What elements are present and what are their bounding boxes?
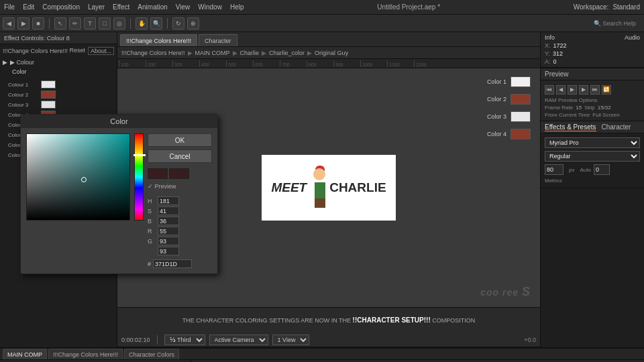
hex-input[interactable] bbox=[153, 259, 192, 268]
left-swatch-2[interactable] bbox=[41, 90, 56, 99]
transport-play[interactable]: ▶ bbox=[568, 85, 577, 95]
red-input[interactable] bbox=[158, 227, 179, 235]
toolbar-zoom[interactable]: 🔍 bbox=[150, 17, 162, 29]
left-swatch-1[interactable] bbox=[41, 80, 56, 88]
color-gradient-picker[interactable] bbox=[26, 133, 130, 221]
swatch-box-3[interactable] bbox=[511, 111, 531, 122]
time-display: 0:00:02:10 bbox=[121, 337, 150, 343]
charlie-head-container bbox=[313, 168, 327, 182]
toolbar-shape[interactable]: □ bbox=[99, 17, 111, 29]
ruler-6: 700 bbox=[280, 60, 307, 67]
toolbar-text[interactable]: T bbox=[84, 17, 96, 29]
toolbar-camera[interactable]: ◎ bbox=[113, 17, 125, 29]
menu-help[interactable]: Help bbox=[230, 3, 244, 11]
swatch-box-1[interactable] bbox=[511, 76, 531, 87]
tab-character[interactable]: Character bbox=[199, 34, 237, 46]
tl-tab-character-colors[interactable]: Character Colors bbox=[124, 349, 179, 359]
toolbar-sep-3 bbox=[167, 18, 168, 29]
preview-panel-header: Preview bbox=[541, 68, 644, 80]
full-screen-label: Full Screen bbox=[592, 112, 619, 118]
transport-loop[interactable]: 🔁 bbox=[602, 85, 611, 95]
breadcrumb-item-5[interactable]: Original Guy bbox=[315, 50, 348, 56]
font-size-input[interactable] bbox=[545, 164, 564, 175]
audio-label: Audio bbox=[625, 34, 640, 41]
color-gradient-cursor bbox=[81, 177, 87, 182]
breadcrumb-item-1[interactable]: !!!Change Colors Here!! bbox=[121, 50, 185, 56]
menu-window[interactable]: Window bbox=[198, 3, 222, 11]
search-help[interactable]: 🔍 Search Help bbox=[594, 20, 636, 27]
left-swatch-3[interactable] bbox=[41, 101, 56, 109]
auto-label: Auto bbox=[580, 167, 590, 173]
metrics-label: Metrics bbox=[545, 178, 562, 184]
tab-effects-presets[interactable]: Effects & Presets bbox=[545, 123, 596, 131]
toolbar-anchor[interactable]: ⊕ bbox=[187, 17, 199, 29]
transport-controls: ⏮ ◀ ▶ ▶ ⏭ 🔁 bbox=[545, 84, 640, 96]
toolbar-btn-1[interactable]: ◀ bbox=[3, 17, 15, 29]
d-label: A: bbox=[545, 58, 551, 65]
green-row: G bbox=[148, 237, 212, 245]
saturation-input[interactable] bbox=[158, 206, 179, 215]
breadcrumb-item-3[interactable]: Charlie bbox=[240, 50, 260, 56]
tl-tab-main-comp[interactable]: MAIN COMP bbox=[3, 349, 47, 359]
swatch-box-2[interactable] bbox=[511, 94, 531, 105]
ruler-0: 100 bbox=[119, 60, 146, 67]
transport-to-end[interactable]: ⏭ bbox=[590, 85, 600, 95]
d-value: 0 bbox=[553, 58, 557, 65]
menu-composition[interactable]: Composition bbox=[42, 3, 80, 11]
workspace-selector[interactable]: Workspace: Standard bbox=[574, 3, 640, 11]
tl-tab-change-colors[interactable]: !!!Change Colors Here!!! bbox=[48, 349, 123, 359]
camera-dropdown[interactable]: Active Camera bbox=[209, 335, 268, 345]
blue-input[interactable] bbox=[158, 247, 179, 255]
thirds-dropdown[interactable]: ⅓ Third bbox=[164, 335, 205, 345]
color-ok-button[interactable]: OK bbox=[148, 133, 212, 147]
toolbar-btn-2[interactable]: ▶ bbox=[17, 17, 30, 29]
breadcrumb-item-2[interactable]: MAIN COMP bbox=[195, 50, 230, 56]
coord-values: X: 1722 Y: 312 A: 0 bbox=[545, 42, 640, 65]
tab-character[interactable]: Character bbox=[602, 123, 631, 131]
tab-change-colors[interactable]: !!!Change Colors Here!!! bbox=[120, 34, 197, 46]
menu-animation[interactable]: Animation bbox=[138, 3, 167, 11]
font-dropdown[interactable]: Myriad Pro bbox=[545, 137, 640, 148]
transport-prev-frame[interactable]: ◀ bbox=[556, 85, 566, 95]
toolbar-select[interactable]: ↖ bbox=[54, 17, 66, 29]
d-coord-row: A: 0 bbox=[545, 58, 640, 65]
transport-next-frame[interactable]: ▶ bbox=[579, 85, 588, 95]
kerning-input[interactable] bbox=[594, 164, 610, 175]
transport-to-start[interactable]: ⏮ bbox=[545, 85, 554, 95]
hue-slider[interactable] bbox=[134, 133, 144, 221]
menu-effect[interactable]: Effect bbox=[113, 3, 129, 11]
toolbar-btn-3[interactable]: ■ bbox=[32, 17, 44, 29]
from-current-label: From Current Time bbox=[545, 112, 590, 118]
menu-file[interactable]: File bbox=[4, 3, 15, 11]
toolbar-rotate[interactable]: ↻ bbox=[172, 17, 184, 29]
layer-expand-icon[interactable]: ▶ bbox=[3, 59, 7, 66]
swatch-box-4[interactable] bbox=[511, 129, 531, 139]
info-section: Info Audio X: 1722 Y: 312 A: 0 bbox=[541, 32, 644, 68]
y-coord-row: Y: 312 bbox=[545, 50, 640, 57]
green-input[interactable] bbox=[158, 237, 179, 245]
toolbar-pen[interactable]: ✏ bbox=[69, 17, 81, 29]
menu-layer[interactable]: Layer bbox=[88, 3, 105, 11]
timeline-section: MAIN COMP !!!Change Colors Here!!! Chara… bbox=[0, 347, 644, 362]
font-controls: Myriad Pro Regular px Auto Metrics bbox=[541, 133, 644, 188]
preview-options-2: From Current Time Full Screen bbox=[545, 112, 640, 118]
breadcrumb-item-4[interactable]: Charlie_color bbox=[269, 50, 305, 56]
about-btn[interactable]: About... bbox=[88, 47, 114, 55]
ruler-1: 200 bbox=[146, 60, 172, 67]
font-style-dropdown[interactable]: Regular bbox=[545, 151, 640, 162]
toolbar: ◀ ▶ ■ ↖ ✏ T □ ◎ ✋ 🔍 ↻ ⊕ 🔍 Search Help bbox=[0, 15, 644, 32]
view-dropdown[interactable]: 1 View bbox=[272, 335, 309, 345]
hue-input[interactable] bbox=[158, 196, 179, 205]
frame-rate-label: Frame Rate bbox=[545, 105, 573, 111]
app-title: Untitled Project.aep * bbox=[244, 3, 573, 11]
green-label: G bbox=[148, 238, 156, 245]
brightness-input[interactable] bbox=[158, 217, 179, 225]
menu-view[interactable]: View bbox=[176, 3, 191, 11]
reset-btn[interactable]: Reset bbox=[69, 47, 85, 55]
toolbar-hand[interactable]: ✋ bbox=[136, 17, 148, 29]
preview-checkmark: ✓ Preview bbox=[148, 183, 176, 190]
color-cancel-button[interactable]: Cancel bbox=[148, 149, 212, 163]
preview-settings-row: Frame Rate 15 Skip 15/32 bbox=[545, 105, 640, 111]
ruler-3: 400 bbox=[199, 60, 226, 67]
menu-edit[interactable]: Edit bbox=[23, 3, 34, 11]
